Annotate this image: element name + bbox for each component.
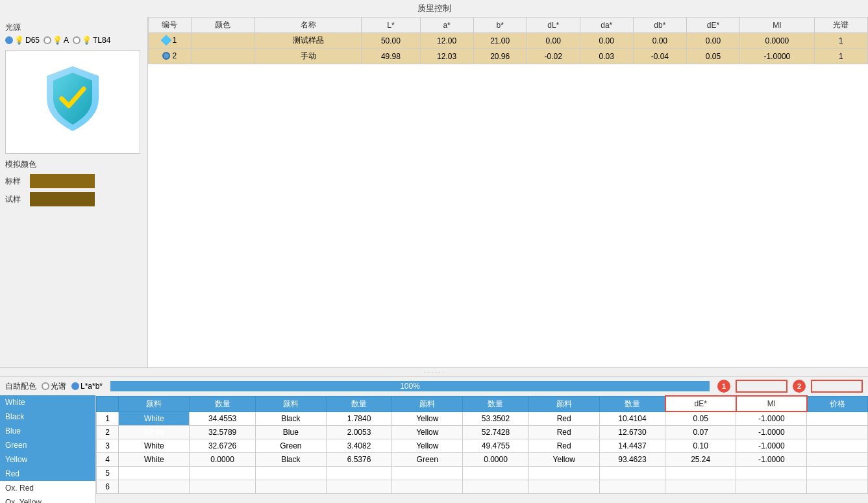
col-dE: dE* bbox=[686, 18, 739, 33]
cell-p2-4: Black bbox=[255, 453, 326, 467]
radio-tl84[interactable]: 💡 TL84 bbox=[73, 36, 110, 45]
cell-q4-5 bbox=[599, 467, 665, 480]
th-qty-4: 数量 bbox=[599, 396, 665, 411]
cell-spectrum-1: 1 bbox=[814, 33, 867, 49]
th-qty-1: 数量 bbox=[190, 396, 255, 411]
cell-p4-5 bbox=[528, 467, 599, 480]
bulb-white2-icon: 💡 bbox=[82, 36, 92, 45]
cell-price-2 bbox=[807, 426, 868, 439]
cell-L-1: 50.00 bbox=[362, 33, 420, 49]
cell-q3-1: 53.3502 bbox=[463, 411, 528, 426]
MI-badge-area bbox=[811, 380, 863, 393]
radio-a[interactable]: 💡 A bbox=[43, 36, 69, 45]
cell-MI-1: 0.0000 bbox=[739, 33, 814, 49]
th-MI: MI bbox=[736, 396, 807, 411]
cell-q4-2: 12.6730 bbox=[599, 426, 665, 439]
data-row-1[interactable]: 1 White 34.4553 Black 1.7840 Yellow 53.3… bbox=[97, 411, 868, 426]
cell-q4-6 bbox=[599, 480, 665, 494]
cell-name-1: 测试样品 bbox=[255, 33, 362, 49]
cell-q2-1: 1.7840 bbox=[326, 411, 391, 426]
col-b: b* bbox=[473, 18, 527, 33]
cell-row-1: 1 bbox=[97, 411, 119, 426]
list-item-green[interactable]: Green bbox=[0, 438, 95, 452]
cell-p4-2: Red bbox=[528, 426, 599, 439]
cell-dL-1: 0.00 bbox=[527, 33, 580, 49]
radio-spectrum-label: 光谱 bbox=[51, 381, 66, 392]
radio-spectrum-circle bbox=[42, 382, 49, 390]
list-item-yellow[interactable]: Yellow bbox=[0, 452, 95, 467]
data-row-6[interactable]: 6 bbox=[97, 480, 868, 494]
radio-lab-circle bbox=[71, 382, 79, 390]
data-row-5[interactable]: 5 bbox=[97, 467, 868, 480]
cell-q4-4: 93.4623 bbox=[599, 453, 665, 467]
cell-MI-6 bbox=[736, 480, 807, 494]
cell-p1-5 bbox=[119, 467, 190, 480]
cell-row-6: 6 bbox=[97, 480, 119, 494]
cell-price-6 bbox=[807, 480, 868, 494]
page-title: 质里控制 bbox=[0, 0, 868, 17]
standard-color-row: 标样 bbox=[5, 174, 142, 188]
shield-icon bbox=[40, 63, 105, 141]
radio-a-label: A bbox=[64, 36, 69, 45]
data-row-2[interactable]: 2 White 32.5789 Blue 2.0053 Yellow 52.74… bbox=[97, 426, 868, 439]
cell-q3-5 bbox=[463, 467, 528, 480]
cell-dL-2: -0.02 bbox=[527, 49, 580, 64]
th-price: 价格 bbox=[807, 396, 868, 411]
data-table: 颜料 数量 颜料 数量 颜料 数量 颜料 数量 dE* MI 价格 bbox=[96, 395, 868, 494]
table-row[interactable]: 1 测试样品 50.00 12.00 21.00 0.00 0.00 0.00 … bbox=[149, 33, 868, 49]
col-L: L* bbox=[362, 18, 420, 33]
table-row[interactable]: 2 手动 49.98 12.03 20.96 -0.02 0.03 -0.04 … bbox=[149, 49, 868, 64]
th-pigment-4: 颜料 bbox=[528, 396, 599, 411]
col-color: 颜色 bbox=[191, 18, 254, 33]
list-item-black[interactable]: Black bbox=[0, 410, 95, 424]
col-da: da* bbox=[580, 18, 633, 33]
cell-q1-4: 0.0000 bbox=[190, 453, 255, 467]
cell-q3-2: 52.7428 bbox=[463, 426, 528, 439]
cell-L-2: 49.98 bbox=[362, 49, 420, 64]
cell-q1-1: 34.4553 bbox=[190, 411, 255, 426]
col-dL: dL* bbox=[527, 18, 580, 33]
col-name: 名称 bbox=[255, 18, 362, 33]
cell-p3-1: Yellow bbox=[392, 411, 463, 426]
cell-dE-1: 0.05 bbox=[665, 411, 736, 426]
list-item-blue[interactable]: Blue bbox=[0, 424, 95, 438]
data-row-3[interactable]: 3 White 32.6726 Green 3.4082 Yellow 49.4… bbox=[97, 439, 868, 453]
data-row-4[interactable]: 4 White 0.0000 Black 6.5376 Green 0.0000… bbox=[97, 453, 868, 467]
radio-tl84-circle bbox=[73, 36, 81, 44]
trial-color-row: 试样 bbox=[5, 192, 142, 206]
th-qty-2: 数量 bbox=[326, 396, 391, 411]
bottom-toolbar: 自助配色 光谱 L*a*b* 100% 1 2 bbox=[0, 376, 868, 395]
cell-da-1: 0.00 bbox=[580, 33, 633, 49]
cell-dE-5 bbox=[665, 467, 736, 480]
color-list: White Black Blue Green Yellow Red Ox. Re… bbox=[0, 395, 96, 503]
radio-a-circle bbox=[43, 36, 51, 44]
list-item-white[interactable]: White bbox=[0, 395, 95, 410]
radio-d65[interactable]: 💡 D65 bbox=[5, 36, 40, 45]
cell-MI-4: -1.0000 bbox=[736, 453, 807, 467]
auto-match-label: 自助配色 bbox=[5, 381, 36, 392]
diamond-icon bbox=[161, 34, 172, 45]
th-pigment-1: 颜料 bbox=[119, 396, 190, 411]
th-qty-3: 数量 bbox=[463, 396, 528, 411]
dE-badge-area bbox=[736, 380, 787, 393]
radio-tl84-label: TL84 bbox=[93, 36, 110, 45]
data-table-header-row: 颜料 数量 颜料 数量 颜料 数量 颜料 数量 dE* MI 价格 bbox=[97, 396, 868, 411]
cell-da-2: 0.03 bbox=[580, 49, 633, 64]
cell-db-2: -0.04 bbox=[633, 49, 686, 64]
cell-q1-5 bbox=[190, 467, 255, 480]
cell-p1-4: White bbox=[119, 453, 190, 467]
radio-lab[interactable]: L*a*b* bbox=[71, 382, 103, 391]
cell-q1-2: 32.5789 bbox=[190, 426, 255, 439]
list-item-ox-red[interactable]: Ox. Red bbox=[0, 481, 95, 495]
col-id: 编号 bbox=[149, 18, 192, 33]
divider: · · · · · · bbox=[0, 367, 868, 376]
cell-p4-3: Red bbox=[528, 439, 599, 453]
list-item-ox-yellow[interactable]: Ox. Yellow bbox=[0, 495, 95, 503]
th-dE: dE* bbox=[665, 396, 736, 411]
cell-q1-3: 32.6726 bbox=[190, 439, 255, 453]
radio-spectrum[interactable]: 光谱 bbox=[42, 381, 66, 392]
standard-color-swatch bbox=[30, 174, 95, 188]
list-item-red[interactable]: Red bbox=[0, 467, 95, 481]
cell-price-3 bbox=[807, 439, 868, 453]
cell-row-5: 5 bbox=[97, 467, 119, 480]
